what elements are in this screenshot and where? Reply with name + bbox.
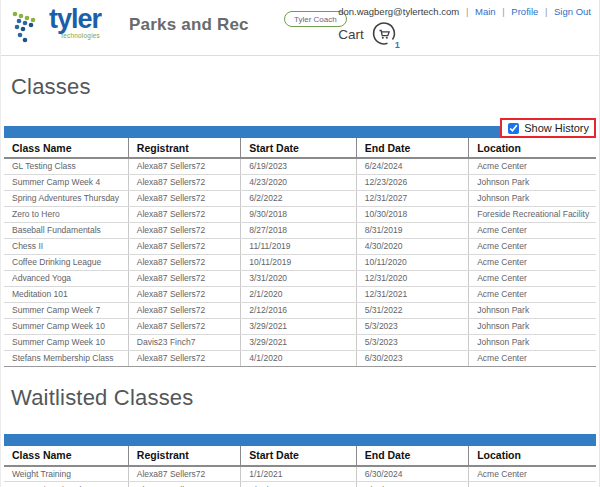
nav-link-main[interactable]: Main (475, 6, 496, 17)
table-cell: 6/30/2023 (356, 350, 468, 366)
table-cell: Stefans Membership Class (4, 350, 128, 366)
tyler-logo-icon (9, 7, 47, 45)
table-row: Summer Camp Week 10Davis23 Finch73/29/20… (4, 334, 596, 350)
table-cell: Weight Training (4, 466, 128, 482)
table-header-bar (4, 434, 596, 446)
separator: | (502, 6, 504, 17)
classes-table: Class Name Registrant Start Date End Dat… (4, 126, 596, 367)
table-cell: GL Testing Class (4, 158, 128, 174)
cart-button[interactable]: Cart 1 (338, 21, 483, 47)
table-cell: Alexa87 Sellers72 (128, 158, 240, 174)
table-row: Chess IIAlexa87 Sellers7211/11/20194/30/… (4, 238, 596, 254)
column-header: Start Date (241, 138, 356, 158)
table-cell: Advanced Yoga (4, 270, 128, 286)
table-cell: 10/11/2020 (356, 254, 468, 270)
table-cell: Alexa87 Sellers72 (128, 206, 240, 222)
table-cell: 10/30/2018 (356, 206, 468, 222)
table-cell: 5/3/2023 (356, 334, 468, 350)
table-row: Meditation 101Alexa87 Sellers722/1/20201… (4, 286, 596, 302)
table-cell: Acme Center (469, 158, 596, 174)
table-cell: Foreside Recreational Facility (469, 206, 596, 222)
table-cell: Alexa87 Sellers72 (128, 270, 240, 286)
table-cell: 1/1/2021 (241, 466, 356, 482)
table-cell: 9/30/2018 (241, 206, 356, 222)
table-cell: Zero to Hero (4, 206, 128, 222)
waitlist-title: Waitlisted Classes (11, 385, 599, 411)
table-cell: 2/1/2020 (241, 286, 356, 302)
table-cell: Summer Camp Week 4 (4, 174, 128, 190)
table-cell: 12/31/2027 (356, 190, 468, 206)
table-cell: Alexa87 Sellers72 (128, 222, 240, 238)
table-cell: Acme Center (469, 222, 596, 238)
column-header: Class Name (4, 446, 128, 466)
table-cell: OneRegistrationClass (4, 482, 128, 487)
table-cell: Alexa87 Sellers72 (128, 350, 240, 366)
account-row: don.wagberg@tylertech.com | Main | Profi… (338, 6, 591, 17)
table-cell: 12/31/2021 (356, 286, 468, 302)
page: tyler technologies Parks and Rec Tyler C… (0, 0, 600, 487)
column-header: Start Date (241, 446, 356, 466)
table-cell: 8/31/2019 (356, 222, 468, 238)
nav-link-profile[interactable]: Profile (511, 6, 538, 17)
table-cell: Alexa87 Sellers72 (128, 238, 240, 254)
column-header-row: Class Name Registrant Start Date End Dat… (4, 138, 596, 158)
table-cell: Davis23 Finch7 (128, 334, 240, 350)
table-cell: Coffee Drinking League (4, 254, 128, 270)
table-cell: 6/30/2024 (356, 466, 468, 482)
table-cell: Johnson Park (469, 318, 596, 334)
table-cell: Acme Center (469, 238, 596, 254)
table-row: Spring Adventures ThursdayAlexa87 Seller… (4, 190, 596, 206)
table-cell: Johnson Park (469, 190, 596, 206)
table-cell: Alexa87 Sellers72 (128, 174, 240, 190)
table-cell: Alexa87 Sellers72 (128, 318, 240, 334)
table-row: Summer Camp Week 10Alexa87 Sellers723/29… (4, 318, 596, 334)
table-cell: Alexa87 Sellers72 (128, 482, 240, 487)
table-cell: Acme Center (469, 466, 596, 482)
table-cell: Summer Camp Week 10 (4, 334, 128, 350)
table-cell: Summer Camp Week 10 (4, 318, 128, 334)
table-cell: 5/3/2023 (356, 318, 468, 334)
table-cell: 5/31/2022 (356, 302, 468, 318)
table-cell: 10/11/2019 (241, 254, 356, 270)
column-header: Registrant (128, 138, 240, 158)
brand-subtitle: technologies (61, 33, 100, 40)
table-cell: 4/30/2020 (356, 238, 468, 254)
table-cell: 12/31/2020 (356, 270, 468, 286)
nav-link-signout[interactable]: Sign Out (554, 6, 591, 17)
tyler-logo[interactable]: tyler technologies (9, 7, 101, 45)
column-header: End Date (356, 138, 468, 158)
table-row: Weight TrainingAlexa87 Sellers721/1/2021… (4, 466, 596, 482)
table-cell: 8/27/2018 (241, 222, 356, 238)
table-cell: 11/11/2019 (241, 238, 356, 254)
table-cell: Summer Camp Week 7 (4, 302, 128, 318)
separator: | (545, 6, 547, 17)
table-cell: Alexa87 Sellers72 (128, 302, 240, 318)
waitlist-table: Class Name Registrant Start Date End Dat… (4, 434, 596, 487)
table-cell: 6/24/2024 (356, 158, 468, 174)
app-header: tyler technologies Parks and Rec Tyler C… (1, 0, 599, 56)
column-header: Location (469, 138, 596, 158)
app-title: Parks and Rec (129, 15, 249, 35)
separator: | (466, 6, 468, 17)
column-header: Location (469, 446, 596, 466)
table-cell: 3/29/2021 (241, 318, 356, 334)
show-history-label[interactable]: Show History (524, 122, 589, 134)
table-cell: Spring Adventures Thursday (4, 190, 128, 206)
table-cell: Acme Center (469, 254, 596, 270)
table-cell: 3/29/2021 (241, 334, 356, 350)
table-row: GL Testing ClassAlexa87 Sellers726/19/20… (4, 158, 596, 174)
table-cell: Alexa87 Sellers72 (128, 190, 240, 206)
table-row: Coffee Drinking LeagueAlexa87 Sellers721… (4, 254, 596, 270)
table-row: Summer Camp Week 7Alexa87 Sellers722/12/… (4, 302, 596, 318)
table-cell: 5/22/2025 (356, 482, 468, 487)
table-row: Stefans Membership ClassAlexa87 Sellers7… (4, 350, 596, 366)
table-cell: Alexa87 Sellers72 (128, 466, 240, 482)
column-header: Class Name (4, 138, 128, 158)
user-email: don.wagberg@tylertech.com (338, 6, 459, 17)
table-cell: Johnson Park (469, 302, 596, 318)
table-cell: Chess II (4, 238, 128, 254)
column-header-row: Class Name Registrant Start Date End Dat… (4, 446, 596, 466)
show-history-checkbox[interactable] (508, 123, 519, 134)
table-cell: Johnson Park (469, 174, 596, 190)
table-row: Summer Camp Week 4Alexa87 Sellers724/23/… (4, 174, 596, 190)
